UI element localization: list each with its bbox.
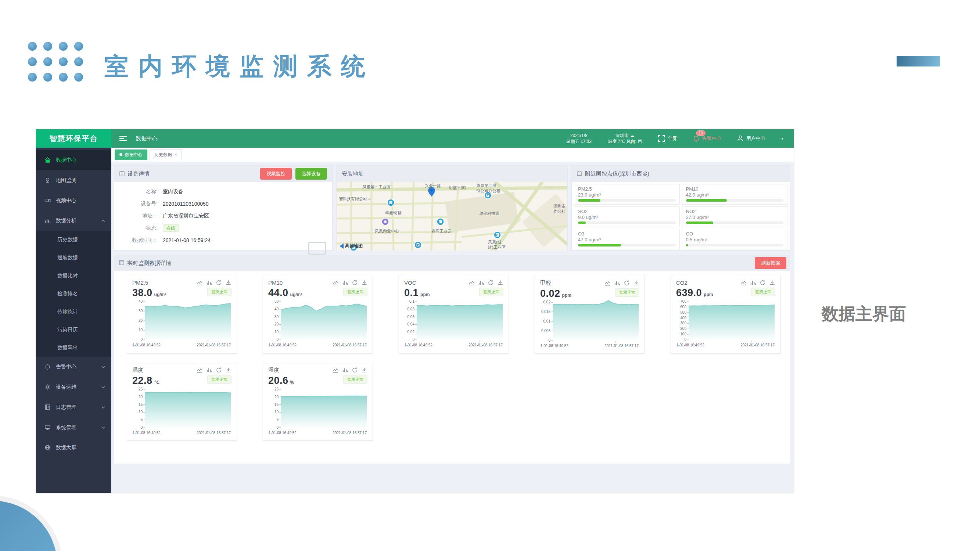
svg-text:0: 0 <box>140 338 143 341</box>
bar-chart-icon[interactable] <box>478 279 484 286</box>
field-label: 数据时间： <box>114 237 158 243</box>
sidebar-item-3[interactable]: 视频中心 <box>36 190 111 211</box>
active-tab-dot <box>119 153 123 156</box>
sidebar-subitem[interactable]: 检测排名 <box>36 285 111 303</box>
line-chart-icon[interactable] <box>605 280 611 286</box>
area-chart: 0 0.02 0.04 0.06 0.08 0.1 2021-01-08 16:… <box>404 299 504 351</box>
current-module-title: 数据中心 <box>135 135 158 142</box>
line-chart-icon[interactable] <box>332 279 339 286</box>
close-icon[interactable]: × <box>175 152 177 157</box>
svg-text:10: 10 <box>275 410 279 414</box>
field-value: 室内设备 <box>163 189 183 195</box>
sidebar-subitem[interactable]: 传输统计 <box>36 303 111 321</box>
video-monitor-button[interactable]: 视频监控 <box>260 168 292 179</box>
bar-chart-icon[interactable] <box>614 280 620 286</box>
refresh-data-button[interactable]: 刷新数据 <box>755 257 786 269</box>
map-poi-marker[interactable] <box>414 241 422 250</box>
refresh-icon[interactable] <box>488 279 494 286</box>
line-chart-icon[interactable] <box>197 367 203 373</box>
sidebar-item-label: 设备运维 <box>56 384 76 391</box>
stat-progress-fill <box>578 221 586 224</box>
svg-text:0: 0 <box>140 426 143 429</box>
map-poi-marker[interactable] <box>387 199 395 208</box>
sidebar-item-9[interactable]: 数据大屏 <box>36 438 111 458</box>
x-axis-start-label: 2021-01-08 16:49:52 <box>540 344 568 348</box>
sidebar-subitem[interactable]: 数据比对 <box>36 267 111 285</box>
x-axis-start-label: 2021-01-08 16:49:52 <box>132 431 161 435</box>
bar-chart-icon[interactable] <box>206 367 212 373</box>
bar-chart-icon[interactable] <box>342 279 348 286</box>
nearby-stat-PM2.5: PM2.5 23.0 ug/m³ <box>574 184 680 205</box>
stat-value: 9.0 ug/m³ <box>578 214 676 220</box>
metric-value: 0.02 <box>540 288 560 299</box>
hamburger-menu-icon[interactable] <box>119 135 127 143</box>
refresh-icon[interactable] <box>216 367 222 373</box>
refresh-icon[interactable] <box>624 280 630 286</box>
map-place-label: 兴业一路 <box>425 184 441 189</box>
refresh-icon[interactable] <box>759 279 766 286</box>
download-icon[interactable] <box>225 367 232 373</box>
sidebar-item-6[interactable]: 设备运维 <box>36 377 111 397</box>
sidebar-subitem[interactable]: 污染日历 <box>36 321 111 339</box>
chevron-down-icon[interactable]: ▾ <box>781 136 783 141</box>
fullscreen-button[interactable]: 全屏 <box>658 135 677 142</box>
map-poi-marker[interactable] <box>436 218 444 227</box>
tab-1[interactable]: 数据中心 <box>115 149 147 160</box>
map-place-label: 春晖工业园 <box>431 229 452 234</box>
nearby-stat-PM10: PM10 42.0 ug/m³ <box>682 184 788 205</box>
map-poi-marker[interactable] <box>493 231 501 240</box>
stat-value: 42.0 ug/m³ <box>686 192 784 198</box>
nearby-stat-NO2: NO2 27.0 ug/m³ <box>682 206 788 227</box>
bar-chart-icon[interactable] <box>342 367 348 373</box>
svg-text:40: 40 <box>275 307 279 311</box>
line-chart-icon[interactable] <box>740 279 747 286</box>
decorative-dot <box>59 57 68 66</box>
sidebar-item-1[interactable]: 数据中心 <box>36 150 111 170</box>
download-icon[interactable] <box>361 367 368 373</box>
sidebar-item-4[interactable]: 数据分析 <box>36 211 111 231</box>
download-icon[interactable] <box>225 279 232 286</box>
area-chart: 0 5 10 15 20 25 2021-01-08 16:49:52 2021… <box>268 387 368 438</box>
sidebar-subitem[interactable]: 巡航数据 <box>36 249 111 267</box>
line-chart-icon[interactable] <box>197 279 203 286</box>
log-icon <box>44 404 51 411</box>
sidebar-subitem[interactable]: 历史数据 <box>36 231 111 249</box>
sidebar-item-8[interactable]: 系统管理 <box>36 417 111 438</box>
sidebar-subitem[interactable]: 数据导出 <box>36 339 111 357</box>
field-value: 2021-01-08 16:59:24 <box>163 237 210 243</box>
user-icon <box>737 135 743 142</box>
bar-chart-icon[interactable] <box>206 279 212 286</box>
sidebar-item-7[interactable]: 日志管理 <box>36 397 111 417</box>
stat-progress-track <box>578 244 676 246</box>
line-chart-icon[interactable] <box>468 279 475 286</box>
home-icon <box>44 157 51 164</box>
sidebar-item-5[interactable]: 告警中心 <box>36 357 111 377</box>
tab-2[interactable]: 历史数据× <box>150 149 182 160</box>
download-icon[interactable] <box>497 279 503 286</box>
decorative-dot <box>74 42 83 51</box>
line-chart-icon[interactable] <box>332 367 339 373</box>
sidebar-nav: 数据中心 地图监测 视频中心 数据分析历史数据巡航数据数据比对检测排名传输统计污… <box>36 148 111 493</box>
download-icon[interactable] <box>633 280 640 286</box>
sidebar-item-2[interactable]: 地图监测 <box>36 170 111 190</box>
sidebar-item-label: 视频中心 <box>56 197 76 204</box>
device-field-row: 地址：广东省深圳市宝安区 <box>114 210 332 222</box>
map[interactable]: 高德地图 凤凰第一工业区兴业一路胡盛平滨厂凤凰第二股 份公司办公楼智科技有限公司… <box>337 182 567 251</box>
install-address-panel: 安装地址 <box>336 165 568 251</box>
refresh-icon[interactable] <box>352 279 358 286</box>
metric-card-甲醛: 甲醛 0.02 ppm 监测正常 0 0.005 0.01 0.015 0.02 <box>535 275 645 354</box>
chevron-up-icon <box>101 219 105 223</box>
download-icon[interactable] <box>769 279 775 286</box>
download-icon[interactable] <box>361 279 368 286</box>
refresh-icon[interactable] <box>352 367 358 373</box>
map-poi-marker-purple[interactable] <box>382 218 389 227</box>
sidebar-item-label: 数据大屏 <box>56 445 76 451</box>
refresh-icon[interactable] <box>216 279 222 286</box>
stat-name: O3 <box>578 231 676 237</box>
alarm-center-button[interactable]: 19 告警中心 <box>693 135 721 142</box>
select-device-button[interactable]: 选择设备 <box>296 168 327 179</box>
user-center-button[interactable]: 用户中心 <box>737 135 765 142</box>
decorative-dot <box>28 57 37 66</box>
bar-chart-icon[interactable] <box>750 279 756 286</box>
area-chart: 0 100 200 300 400 500 600 700 2021-01-08… <box>676 299 776 351</box>
